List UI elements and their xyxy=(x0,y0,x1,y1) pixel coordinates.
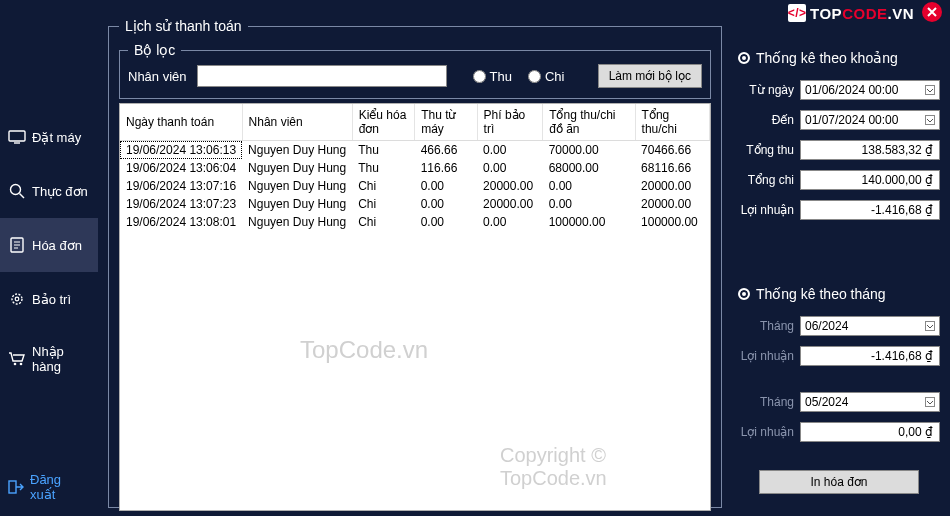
profit-value: -1.416,68 ₫ xyxy=(800,200,940,220)
table-cell: Nguyen Duy Hung xyxy=(242,141,352,160)
svg-rect-9 xyxy=(926,116,935,125)
svg-point-6 xyxy=(20,363,23,366)
reset-filter-button[interactable]: Làm mới bộ lọc xyxy=(598,64,702,88)
table-cell: 0.00 xyxy=(477,213,543,231)
column-header[interactable]: Nhân viên xyxy=(242,104,352,141)
sidebar-item-label: Hóa đơn xyxy=(32,238,82,253)
sidebar-item-nhap-hang[interactable]: Nhập hàng xyxy=(0,326,98,392)
sidebar-item-bao-tri[interactable]: Bảo trì xyxy=(0,272,98,326)
table-cell: 0.00 xyxy=(415,195,477,213)
table-cell: 19/06/2024 13:06:04 xyxy=(120,159,242,177)
search-icon xyxy=(8,182,26,200)
logout-button[interactable]: Đăng xuất xyxy=(0,458,98,516)
table-cell: Nguyen Duy Hung xyxy=(242,213,352,231)
table-cell: 20000.00 xyxy=(635,195,709,213)
main-panel: Lịch sử thanh toán Bộ lọc Nhân viên Thu … xyxy=(98,0,732,516)
table-cell: 70466.66 xyxy=(635,141,709,160)
table-row[interactable]: 19/06/2024 13:07:16Nguyen Duy HungChi0.0… xyxy=(120,177,710,195)
table-cell: 68000.00 xyxy=(543,159,635,177)
radio-chi[interactable]: Chi xyxy=(528,69,565,84)
close-button[interactable] xyxy=(922,2,942,22)
table-cell: 68116.66 xyxy=(635,159,709,177)
calendar-dropdown-icon[interactable] xyxy=(923,395,937,409)
table-cell: 0.00 xyxy=(415,177,477,195)
from-date-input[interactable]: 01/06/2024 00:00 xyxy=(800,80,940,100)
table-cell: 100000.00 xyxy=(543,213,635,231)
watermark: TopCode.vn xyxy=(300,336,428,364)
sidebar-item-label: Đặt máy xyxy=(32,130,81,145)
column-header[interactable]: Thu từ máy xyxy=(415,104,477,141)
watermark: Copyright © TopCode.vn xyxy=(500,444,710,490)
gear-icon xyxy=(8,290,26,308)
table-cell: Thu xyxy=(352,159,414,177)
column-header[interactable]: Ngày thanh toán xyxy=(120,104,242,141)
table-cell: 19/06/2024 13:07:23 xyxy=(120,195,242,213)
table-cell: 19/06/2024 13:08:01 xyxy=(120,213,242,231)
profit2-label: Lợi nhuận xyxy=(738,425,794,439)
table-cell: Chi xyxy=(352,213,414,231)
monitor-icon xyxy=(8,128,26,146)
logout-icon xyxy=(8,480,24,494)
column-header[interactable]: Tổng thu/chi đồ ăn xyxy=(543,104,635,141)
sidebar-item-hoa-don[interactable]: Hóa đơn xyxy=(0,218,98,272)
table-cell: 70000.00 xyxy=(543,141,635,160)
table-cell: Nguyen Duy Hung xyxy=(242,159,352,177)
table-cell: 19/06/2024 13:07:16 xyxy=(120,177,242,195)
print-invoice-button[interactable]: In hóa đơn xyxy=(759,470,919,494)
svg-point-3 xyxy=(12,294,22,304)
radio-dot-icon xyxy=(738,52,750,64)
history-table[interactable]: Ngày thanh toánNhân viênKiểu hóa đơnThu … xyxy=(119,103,711,511)
sidebar-item-dat-may[interactable]: Đặt máy xyxy=(0,110,98,164)
calendar-dropdown-icon[interactable] xyxy=(923,83,937,97)
month1-label: Tháng xyxy=(738,319,794,333)
table-cell: Thu xyxy=(352,141,414,160)
sidebar-item-label: Thực đơn xyxy=(32,184,88,199)
history-legend: Lịch sử thanh toán xyxy=(119,18,248,34)
to-label: Đến xyxy=(738,113,794,127)
history-fieldset: Lịch sử thanh toán Bộ lọc Nhân viên Thu … xyxy=(108,18,722,508)
brand-logo: </> TOPCODE.VN xyxy=(788,4,914,22)
profit1-label: Lợi nhuận xyxy=(738,349,794,363)
table-cell: 0.00 xyxy=(477,141,543,160)
month1-input[interactable]: 06/2024 xyxy=(800,316,940,336)
filter-fieldset: Bộ lọc Nhân viên Thu Chi Làm mới bộ lọc xyxy=(119,42,711,99)
calendar-dropdown-icon[interactable] xyxy=(923,319,937,333)
table-cell: 20000.00 xyxy=(477,195,543,213)
sidebar-item-label: Nhập hàng xyxy=(32,344,90,374)
filter-legend: Bộ lọc xyxy=(128,42,181,58)
table-row[interactable]: 19/06/2024 13:06:04Nguyen Duy HungThu116… xyxy=(120,159,710,177)
rev-value: 138.583,32 ₫ xyxy=(800,140,940,160)
radio-thu[interactable]: Thu xyxy=(473,69,512,84)
stats-panel: Thống kê theo khoảng Từ ngày 01/06/2024 … xyxy=(732,0,950,516)
table-cell: 116.66 xyxy=(415,159,477,177)
profit2-value: 0,00 ₫ xyxy=(800,422,940,442)
table-cell: 0.00 xyxy=(415,213,477,231)
svg-point-1 xyxy=(11,185,21,195)
profit-label: Lợi nhuận xyxy=(738,203,794,217)
table-cell: 19/06/2024 13:06:13 xyxy=(120,141,242,160)
sidebar-item-thuc-don[interactable]: Thực đơn xyxy=(0,164,98,218)
column-header[interactable]: Kiểu hóa đơn xyxy=(352,104,414,141)
svg-rect-0 xyxy=(9,131,25,141)
stats-month-heading[interactable]: Thống kê theo tháng xyxy=(738,286,940,302)
to-date-input[interactable]: 01/07/2024 00:00 xyxy=(800,110,940,130)
table-row[interactable]: 19/06/2024 13:06:13Nguyen Duy HungThu466… xyxy=(120,141,710,160)
calendar-dropdown-icon[interactable] xyxy=(923,113,937,127)
table-cell: 0.00 xyxy=(543,177,635,195)
close-icon xyxy=(927,7,937,17)
table-cell: 20000.00 xyxy=(477,177,543,195)
exp-value: 140.000,00 ₫ xyxy=(800,170,940,190)
logout-label: Đăng xuất xyxy=(30,472,90,502)
month2-input[interactable]: 05/2024 xyxy=(800,392,940,412)
table-row[interactable]: 19/06/2024 13:07:23Nguyen Duy HungChi0.0… xyxy=(120,195,710,213)
column-header[interactable]: Tổng thu/chi xyxy=(635,104,709,141)
stats-range-heading[interactable]: Thống kê theo khoảng xyxy=(738,50,940,66)
table-row[interactable]: 19/06/2024 13:08:01Nguyen Duy HungChi0.0… xyxy=(120,213,710,231)
table-cell: Nguyen Duy Hung xyxy=(242,195,352,213)
svg-point-5 xyxy=(14,363,17,366)
table-cell: 0.00 xyxy=(543,195,635,213)
svg-point-4 xyxy=(15,297,19,301)
table-cell: Chi xyxy=(352,195,414,213)
column-header[interactable]: Phí bảo trì xyxy=(477,104,543,141)
filter-employee-input[interactable] xyxy=(197,65,447,87)
